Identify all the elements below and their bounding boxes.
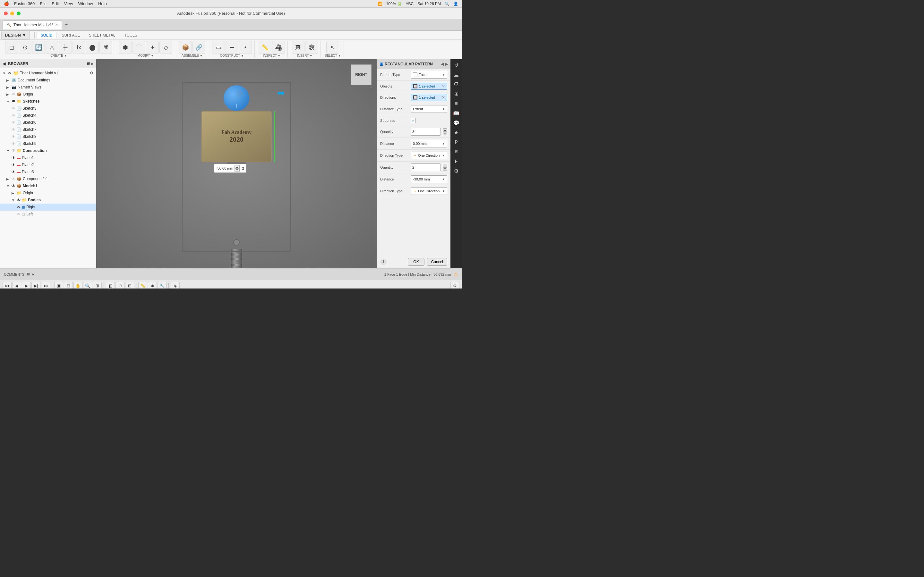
quantity2-down[interactable]: ▼ [443,167,447,171]
rs-timeline-icon[interactable]: ⏱ [451,80,461,89]
inspect-label[interactable]: INSPECT ▼ [263,54,280,57]
bt-grid-icon[interactable]: ⊞ [125,282,134,289]
new-tab-button[interactable]: + [65,21,68,28]
menu-file[interactable]: File [40,1,47,6]
browser-item-sketch6[interactable]: 👁 📄 Sketch6 [0,119,96,126]
left-vis[interactable]: 👁 [17,212,21,216]
sketches-vis[interactable]: 👁 [11,99,15,103]
browser-item-right[interactable]: 👁 ◼ Right [0,203,96,211]
bt-measure-icon[interactable]: 📏 [138,282,147,289]
quantity1-input[interactable]: 3 [411,128,441,135]
bodies-vis[interactable]: 👁 [17,198,21,202]
search-icon[interactable]: 🔍 [445,2,449,6]
press-pull-tool[interactable]: ⬢ [119,41,132,54]
browser-item-document-settings[interactable]: ▶ ⚙️ Document Settings [0,77,96,84]
component-tool[interactable]: 📦 [179,41,192,54]
bt-box-sel-icon[interactable]: ▣ [54,282,63,289]
sk8-vis[interactable]: 👁 [11,135,15,139]
thread-tool[interactable]: ⌘ [99,41,112,54]
rs-r-icon[interactable]: R [451,147,461,156]
sk6-vis[interactable]: 👁 [11,121,15,124]
move-arrow-icon[interactable]: ➡ [277,88,284,98]
browser-expand-icon[interactable]: ⊞ [87,61,90,66]
hole-tool[interactable]: ⬤ [86,41,99,54]
modify-arrow[interactable]: ▼ [150,54,153,57]
bt-view-icon[interactable]: ⊙ [115,282,124,289]
nav-cube[interactable]: RIGHT Z [351,64,372,85]
bt-zoom-icon[interactable]: 🔍 [83,282,92,289]
extrude-tool[interactable]: ◻ [5,41,18,54]
browser-item-sketch8[interactable]: 👁 📄 Sketch8 [0,133,96,140]
browser-item-model-origin[interactable]: ▶ 📁 Origin [0,189,96,197]
browser-item-sketch3[interactable]: 👁 📄 Sketch3 [0,105,96,112]
assemble-label[interactable]: ASSEMBLE ▼ [182,54,203,57]
revolve-tool[interactable]: ⊙ [19,41,31,54]
sk3-vis[interactable]: 👁 [11,106,15,110]
panel-collapse-icon[interactable]: ◀ [441,62,444,66]
root-settings-icon[interactable]: ⚙ [90,71,94,75]
rs-book-icon[interactable]: 📖 [451,109,461,118]
bt-pan-icon[interactable]: ✋ [73,282,82,289]
quantity2-up[interactable]: ▲ [443,164,447,167]
browser-item-sketches[interactable]: ▼ 👁 📁 Sketches [0,98,96,105]
tab-surface[interactable]: SURFACE [58,32,84,38]
quantity1-down[interactable]: ▼ [443,132,447,135]
create-arrow[interactable]: ▼ [64,54,67,57]
bt-end-icon[interactable]: ⏭ [41,282,50,289]
sweep-tool[interactable]: 🔄 [32,41,45,54]
bt-render-icon[interactable]: ◈ [171,282,180,289]
insert-canvas-tool[interactable]: 🖼 [292,41,304,54]
menu-edit[interactable]: Edit [52,1,59,6]
root-visibility[interactable]: 👁 [8,71,11,75]
tab-close-button[interactable]: ✕ [55,23,58,27]
collapse-icon[interactable]: ◀ [3,61,5,66]
dim-up[interactable]: ▲ [234,165,240,168]
assemble-arrow[interactable]: ▼ [200,54,203,57]
browser-item-named-views[interactable]: ▶ 📷 Named Views [0,84,96,91]
origin-vis[interactable]: 👁 [11,92,15,97]
right-vis[interactable]: 👁 [17,205,21,210]
rs-f-icon[interactable]: F [451,157,461,166]
ok-button[interactable]: OK [408,258,424,266]
p3-vis[interactable]: 👁 [11,169,15,174]
sk4-vis[interactable]: 👁 [11,113,15,117]
shell-tool[interactable]: ◇ [160,41,172,54]
distance2-dropdown[interactable]: -30.00 mm ▼ [411,175,447,183]
cancel-button[interactable]: Cancel [427,258,447,266]
browser-item-sketch4[interactable]: 👁 📄 Sketch4 [0,112,96,119]
browser-item-sketch9[interactable]: 👁 📄 Sketch9 [0,140,96,147]
bt-comp-icon[interactable]: 🔧 [158,282,166,289]
bt-zoom-ext-icon[interactable]: ⊞ [93,282,102,289]
insert-label[interactable]: INSERT ▼ [297,54,312,57]
design-dropdown[interactable]: DESIGN ▼ [1,31,30,40]
menu-view[interactable]: View [64,1,73,6]
browser-item-left[interactable]: 👁 ◻ Left [0,211,96,218]
construct-arrow[interactable]: ▼ [241,54,244,57]
rs-star-icon[interactable]: ★ [451,128,461,137]
rs-chat-icon[interactable]: 💬 [451,118,461,127]
browser-item-model1[interactable]: ▼ 👁 📦 Model:1 [0,182,96,189]
maximize-button[interactable] [17,11,21,15]
rs-refresh-icon[interactable]: ↺ [451,61,461,69]
browser-item-origin[interactable]: ▶ 👁 📦 Origin [0,91,96,98]
inspect-arrow[interactable]: ▼ [278,54,281,57]
menu-help[interactable]: Help [98,1,107,6]
comments-collapse[interactable]: ▸ [32,272,34,276]
browser-item-plane3[interactable]: 👁 ▬ Plane3 [0,168,96,175]
insert-mesh-tool[interactable]: 🕸 [305,41,318,54]
bt-snap-icon[interactable]: ⊕ [148,282,157,289]
tab-solid[interactable]: SOLID [37,32,57,39]
p2-vis[interactable]: 👁 [11,163,15,167]
p1-vis[interactable]: 👁 [11,155,15,160]
construct-label[interactable]: CONSTRUCT ▼ [220,54,244,57]
bt-prev-icon[interactable]: ◀ [12,282,21,289]
bt-settings-icon[interactable]: ⚙ [451,282,459,289]
comp1-vis[interactable]: 👁 [11,177,15,181]
user-icon[interactable]: 👤 [453,2,458,6]
rib-tool[interactable]: ╫ [59,41,72,54]
bt-groups-icon[interactable]: ⊡ [64,282,73,289]
rs-cloud-icon[interactable]: ☁ [451,70,461,79]
apple-menu[interactable]: 🍎 [4,1,9,6]
point-tool[interactable]: • [239,41,252,54]
insert-arrow[interactable]: ▼ [309,54,312,57]
